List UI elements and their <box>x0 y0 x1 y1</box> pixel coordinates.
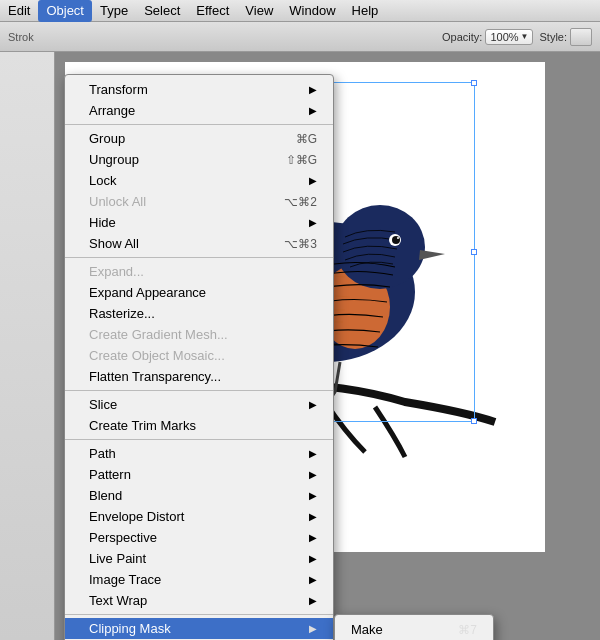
menu-create-gradient-mesh[interactable]: Create Gradient Mesh... <box>65 324 333 345</box>
style-swatch[interactable] <box>570 28 592 46</box>
menu-flatten-transparency-label: Flatten Transparency... <box>89 369 221 384</box>
submenu-arrow-pattern: ▶ <box>309 469 317 480</box>
menu-unlock-all-label: Unlock All <box>89 194 146 209</box>
menu-ungroup-shortcut: ⇧⌘G <box>286 153 317 167</box>
menu-path-label: Path <box>89 446 116 461</box>
menu-flatten-transparency[interactable]: Flatten Transparency... <box>65 366 333 387</box>
submenu-make-shortcut: ⌘7 <box>458 623 477 637</box>
menu-live-paint-label: Live Paint <box>89 551 146 566</box>
menu-perspective[interactable]: Perspective ▶ <box>65 527 333 548</box>
menu-slice[interactable]: Slice ▶ <box>65 394 333 415</box>
separator-1 <box>65 124 333 125</box>
menu-expand[interactable]: Expand... <box>65 261 333 282</box>
submenu-make[interactable]: Make ⌘7 <box>335 619 493 640</box>
submenu-arrow-clipping-mask: ▶ <box>309 623 317 634</box>
bird-beak <box>419 250 445 260</box>
submenu-arrow-live-paint: ▶ <box>309 553 317 564</box>
handle-top-right[interactable] <box>471 80 477 86</box>
menu-blend-label: Blend <box>89 488 122 503</box>
menu-window[interactable]: Window <box>281 0 343 22</box>
menu-text-wrap[interactable]: Text Wrap ▶ <box>65 590 333 611</box>
menu-create-gradient-mesh-label: Create Gradient Mesh... <box>89 327 228 342</box>
menu-image-trace[interactable]: Image Trace ▶ <box>65 569 333 590</box>
menu-live-paint[interactable]: Live Paint ▶ <box>65 548 333 569</box>
menu-ungroup-label: Ungroup <box>89 152 139 167</box>
clipping-mask-submenu: Make ⌘7 Release ⌥⌘7 Edit Mask <box>334 614 494 640</box>
menu-type[interactable]: Type <box>92 0 136 22</box>
menu-help[interactable]: Help <box>344 0 387 22</box>
menu-clipping-mask[interactable]: Clipping Mask ▶ Make ⌘7 Release ⌥⌘7 Edit… <box>65 618 333 639</box>
menu-rasterize[interactable]: Rasterize... <box>65 303 333 324</box>
menu-pattern[interactable]: Pattern ▶ <box>65 464 333 485</box>
separator-3 <box>65 390 333 391</box>
submenu-arrow-slice: ▶ <box>309 399 317 410</box>
object-menu: Transform ▶ Arrange ▶ Group ⌘G Ungroup ⇧… <box>64 74 334 640</box>
menu-transform-label: Transform <box>89 82 148 97</box>
menu-show-all-shortcut: ⌥⌘3 <box>284 237 317 251</box>
menu-hide[interactable]: Hide ▶ <box>65 212 333 233</box>
menu-slice-label: Slice <box>89 397 117 412</box>
menu-group[interactable]: Group ⌘G <box>65 128 333 149</box>
menu-arrange[interactable]: Arrange ▶ <box>65 100 333 121</box>
main-content: Transform ▶ Arrange ▶ Group ⌘G Ungroup ⇧… <box>0 52 600 640</box>
menu-create-object-mosaic-label: Create Object Mosaic... <box>89 348 225 363</box>
stroke-label: Strok <box>8 31 34 43</box>
toolbar: Strok Opacity: 100% ▼ Style: <box>0 22 600 52</box>
opacity-value: 100% <box>490 31 518 43</box>
menu-create-object-mosaic[interactable]: Create Object Mosaic... <box>65 345 333 366</box>
submenu-arrow-lock: ▶ <box>309 175 317 186</box>
menu-expand-appearance[interactable]: Expand Appearance <box>65 282 333 303</box>
menu-path[interactable]: Path ▶ <box>65 443 333 464</box>
menu-blend[interactable]: Blend ▶ <box>65 485 333 506</box>
menu-expand-appearance-label: Expand Appearance <box>89 285 206 300</box>
submenu-arrow-path: ▶ <box>309 448 317 459</box>
bird-eye-highlight <box>397 237 399 239</box>
opacity-arrow: ▼ <box>521 32 529 41</box>
menu-transform[interactable]: Transform ▶ <box>65 79 333 100</box>
menu-envelope-distort[interactable]: Envelope Distort ▶ <box>65 506 333 527</box>
menu-ungroup[interactable]: Ungroup ⇧⌘G <box>65 149 333 170</box>
menu-clipping-mask-label: Clipping Mask <box>89 621 171 636</box>
bird-eye-pupil <box>392 236 400 244</box>
menu-group-shortcut: ⌘G <box>296 132 317 146</box>
tool-panel <box>0 52 55 640</box>
menu-arrange-label: Arrange <box>89 103 135 118</box>
menu-unlock-all-shortcut: ⌥⌘2 <box>284 195 317 209</box>
menu-show-all-label: Show All <box>89 236 139 251</box>
menu-show-all[interactable]: Show All ⌥⌘3 <box>65 233 333 254</box>
submenu-arrow-envelope: ▶ <box>309 511 317 522</box>
menu-lock-label: Lock <box>89 173 116 188</box>
menu-edit[interactable]: Edit <box>0 0 38 22</box>
style-label: Style: <box>539 31 567 43</box>
stroke-control: Strok <box>8 31 34 43</box>
opacity-select[interactable]: 100% ▼ <box>485 29 533 45</box>
opacity-control: Opacity: 100% ▼ <box>442 29 533 45</box>
menu-rasterize-label: Rasterize... <box>89 306 155 321</box>
style-control: Style: <box>539 28 592 46</box>
menu-create-trim-marks[interactable]: Create Trim Marks <box>65 415 333 436</box>
menu-view[interactable]: View <box>237 0 281 22</box>
submenu-arrow-hide: ▶ <box>309 217 317 228</box>
separator-4 <box>65 439 333 440</box>
menu-text-wrap-label: Text Wrap <box>89 593 147 608</box>
submenu-arrow-transform: ▶ <box>309 84 317 95</box>
separator-2 <box>65 257 333 258</box>
menu-effect[interactable]: Effect <box>188 0 237 22</box>
submenu-arrow-image-trace: ▶ <box>309 574 317 585</box>
submenu-make-label: Make <box>351 622 383 637</box>
menu-envelope-distort-label: Envelope Distort <box>89 509 184 524</box>
separator-5 <box>65 614 333 615</box>
menu-select[interactable]: Select <box>136 0 188 22</box>
menu-lock[interactable]: Lock ▶ <box>65 170 333 191</box>
bird-head <box>335 205 425 289</box>
menubar: Edit Object Type Select Effect View Wind… <box>0 0 600 22</box>
menu-expand-label: Expand... <box>89 264 144 279</box>
menu-unlock-all[interactable]: Unlock All ⌥⌘2 <box>65 191 333 212</box>
submenu-arrow-arrange: ▶ <box>309 105 317 116</box>
menu-image-trace-label: Image Trace <box>89 572 161 587</box>
menu-perspective-label: Perspective <box>89 530 157 545</box>
menu-object[interactable]: Object <box>38 0 92 22</box>
opacity-label: Opacity: <box>442 31 482 43</box>
submenu-arrow-perspective: ▶ <box>309 532 317 543</box>
menu-hide-label: Hide <box>89 215 116 230</box>
